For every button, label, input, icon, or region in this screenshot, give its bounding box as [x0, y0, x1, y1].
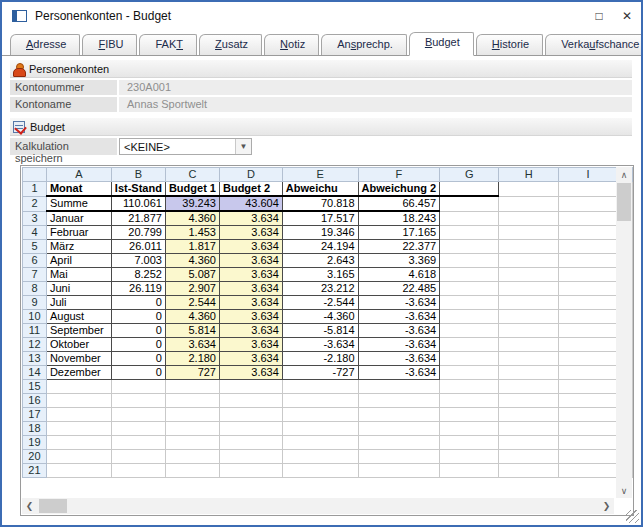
grid-cell-C18[interactable]	[165, 422, 219, 436]
grid-cell-B1[interactable]: Ist-Stand	[111, 182, 165, 197]
grid-cell-F17[interactable]	[358, 408, 440, 422]
grid-cell-B4[interactable]: 20.799	[111, 226, 165, 240]
column-header-D[interactable]: D	[219, 168, 282, 182]
grid-cell-F20[interactable]	[358, 450, 440, 464]
grid-cell-F5[interactable]: 22.377	[358, 240, 440, 254]
grid-cell-G14[interactable]	[440, 366, 499, 380]
grid-cell-E9[interactable]: -2.544	[282, 296, 358, 310]
tab-verkaufschance[interactable]: Verkaufschance	[545, 34, 643, 55]
row-header-15[interactable]: 15	[23, 380, 47, 394]
grid-cell-B12[interactable]: 0	[111, 338, 165, 352]
grid-cell-A15[interactable]	[46, 380, 111, 394]
grid-cell-H4[interactable]	[499, 226, 558, 240]
grid-cell-C21[interactable]	[165, 464, 219, 478]
grid-cell-D7[interactable]: 3.634	[219, 268, 282, 282]
grid-cell-H2[interactable]	[499, 196, 558, 211]
grid-cell-A2[interactable]: Summe	[46, 196, 111, 211]
scroll-right-icon[interactable]: ❯	[599, 498, 614, 514]
column-header-A[interactable]: A	[46, 168, 111, 182]
row-header-20[interactable]: 20	[23, 450, 47, 464]
grid-cell-A8[interactable]: Juni	[46, 282, 111, 296]
horizontal-scroll-thumb[interactable]	[39, 499, 67, 513]
grid-cell-G13[interactable]	[440, 352, 499, 366]
grid-cell-G17[interactable]	[440, 408, 499, 422]
row-header-18[interactable]: 18	[23, 422, 47, 436]
grid-cell-F16[interactable]	[358, 394, 440, 408]
grid-cell-I5[interactable]	[558, 240, 617, 254]
grid-cell-E8[interactable]: 23.212	[282, 282, 358, 296]
grid-cell-C14[interactable]: 727	[165, 366, 219, 380]
grid-cell-F2[interactable]: 66.457	[358, 196, 440, 211]
grid-cell-E21[interactable]	[282, 464, 358, 478]
grid-cell-B2[interactable]: 110.061	[111, 196, 165, 211]
grid-cell-A16[interactable]	[46, 394, 111, 408]
grid-cell-D8[interactable]: 3.634	[219, 282, 282, 296]
grid-cell-E6[interactable]: 2.643	[282, 254, 358, 268]
resize-grip[interactable]	[626, 510, 639, 523]
row-header-16[interactable]: 16	[23, 394, 47, 408]
grid-cell-B7[interactable]: 8.252	[111, 268, 165, 282]
grid-cell-B5[interactable]: 26.011	[111, 240, 165, 254]
grid-cell-F11[interactable]: -3.634	[358, 324, 440, 338]
grid-cell-E12[interactable]: -3.634	[282, 338, 358, 352]
grid-cell-F9[interactable]: -3.634	[358, 296, 440, 310]
grid-cell-E16[interactable]	[282, 394, 358, 408]
column-header-B[interactable]: B	[111, 168, 165, 182]
grid-cell-A12[interactable]: Oktober	[46, 338, 111, 352]
grid-cell-C3[interactable]: 4.360	[165, 211, 219, 226]
grid-cell-H16[interactable]	[499, 394, 558, 408]
grid-cell-I17[interactable]	[558, 408, 617, 422]
grid-cell-B15[interactable]	[111, 380, 165, 394]
row-header-9[interactable]: 9	[23, 296, 47, 310]
grid-cell-D10[interactable]: 3.634	[219, 310, 282, 324]
grid-cell-F4[interactable]: 17.165	[358, 226, 440, 240]
grid-cell-A6[interactable]: April	[46, 254, 111, 268]
scroll-down-icon[interactable]: ∨	[616, 483, 632, 498]
column-header-I[interactable]: I	[558, 168, 617, 182]
grid-cell-D19[interactable]	[219, 436, 282, 450]
grid-cell-A11[interactable]: September	[46, 324, 111, 338]
grid-cell-F14[interactable]: -3.634	[358, 366, 440, 380]
grid-cell-A20[interactable]	[46, 450, 111, 464]
column-header-E[interactable]: E	[282, 168, 358, 182]
grid-cell-H10[interactable]	[499, 310, 558, 324]
row-header-4[interactable]: 4	[23, 226, 47, 240]
grid-cell-H20[interactable]	[499, 450, 558, 464]
grid-cell-F15[interactable]	[358, 380, 440, 394]
column-header-H[interactable]: H	[499, 168, 558, 182]
grid-cell-B10[interactable]: 0	[111, 310, 165, 324]
grid-cell-I19[interactable]	[558, 436, 617, 450]
grid-cell-I6[interactable]	[558, 254, 617, 268]
grid-cell-A3[interactable]: Januar	[46, 211, 111, 226]
grid-cell-B16[interactable]	[111, 394, 165, 408]
grid-cell-F21[interactable]	[358, 464, 440, 478]
grid-cell-I20[interactable]	[558, 450, 617, 464]
grid-cell-B19[interactable]	[111, 436, 165, 450]
grid-cell-E5[interactable]: 24.194	[282, 240, 358, 254]
grid-cell-G2[interactable]	[440, 196, 499, 211]
grid-cell-F7[interactable]: 4.618	[358, 268, 440, 282]
grid-cell-I12[interactable]	[558, 338, 617, 352]
row-header-21[interactable]: 21	[23, 464, 47, 478]
tab-notiz[interactable]: Notiz	[264, 34, 319, 55]
grid-cell-D4[interactable]: 3.634	[219, 226, 282, 240]
grid-cell-I10[interactable]	[558, 310, 617, 324]
grid-cell-G12[interactable]	[440, 338, 499, 352]
grid-cell-I21[interactable]	[558, 464, 617, 478]
grid-cell-C12[interactable]: 3.634	[165, 338, 219, 352]
scroll-left-icon[interactable]: ❮	[22, 498, 37, 514]
grid-cell-I18[interactable]	[558, 422, 617, 436]
row-header-6[interactable]: 6	[23, 254, 47, 268]
grid-cell-C15[interactable]	[165, 380, 219, 394]
grid-cell-G9[interactable]	[440, 296, 499, 310]
title-bar[interactable]: Personenkonten - Budget □ ✕	[2, 2, 641, 30]
grid-cell-C10[interactable]: 4.360	[165, 310, 219, 324]
grid-cell-E1[interactable]: Abweichu	[282, 182, 358, 197]
grid-cell-B3[interactable]: 21.877	[111, 211, 165, 226]
row-header-17[interactable]: 17	[23, 408, 47, 422]
grid-cell-A21[interactable]	[46, 464, 111, 478]
grid-cell-A17[interactable]	[46, 408, 111, 422]
grid-cell-A9[interactable]: Juli	[46, 296, 111, 310]
grid-cell-F1[interactable]: Abweichung 2	[358, 182, 440, 197]
kalkulation-combobox[interactable]: <KEINE> ▼	[119, 138, 252, 155]
